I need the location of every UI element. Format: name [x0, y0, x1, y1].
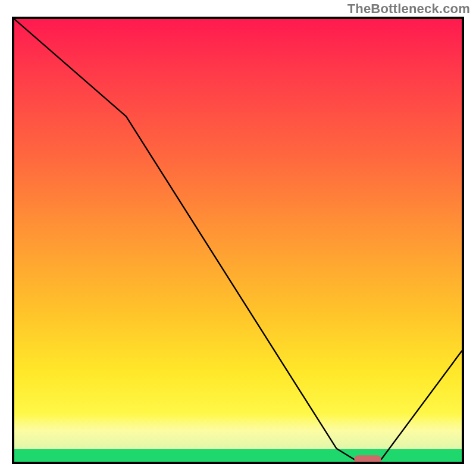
chart-plot-area: [12, 17, 464, 464]
chart-container: TheBottleneck.com: [0, 0, 476, 476]
attribution-text: TheBottleneck.com: [347, 1, 470, 17]
bottleneck-curve: [14, 19, 462, 459]
optimal-marker: [355, 455, 381, 462]
chart-svg: [14, 19, 462, 462]
